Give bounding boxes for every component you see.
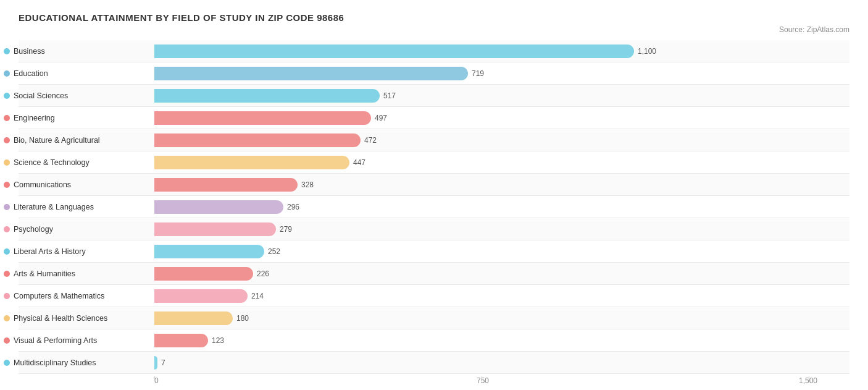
chart-area: Business1,100Education719Social Sciences…: [19, 40, 849, 374]
bar-row: Bio, Nature & Agricultural472: [19, 129, 849, 151]
bar-fill: [154, 67, 468, 80]
bar-label: Liberal Arts & History: [14, 247, 149, 256]
bar-fill: [154, 200, 283, 214]
bar-label: Psychology: [14, 225, 149, 234]
bar-dot-icon: [4, 204, 10, 210]
bar-row: Science & Technology447: [19, 151, 849, 174]
bar-label: Education: [14, 69, 149, 78]
bar-value-label: 214: [251, 292, 264, 300]
bar-dot-icon: [4, 293, 10, 299]
bar-fill: [154, 334, 208, 347]
bar-row: Liberal Arts & History252: [19, 240, 849, 263]
bar-dot-icon: [4, 226, 10, 232]
bar-dot-icon: [4, 271, 10, 277]
x-axis-line: [482, 376, 482, 381]
bar-label: Computers & Mathematics: [14, 292, 149, 300]
bar-label: Communications: [14, 180, 149, 189]
bar-value-label: 180: [236, 314, 249, 323]
bar-dot-icon: [4, 70, 10, 77]
bar-fill: [154, 289, 248, 303]
x-axis-tick: 0: [154, 376, 159, 385]
chart-title: EDUCATIONAL ATTAINMENT BY FIELD OF STUDY…: [19, 12, 849, 23]
bar-fill: [154, 223, 276, 236]
bar-value-label: 328: [301, 180, 314, 189]
bar-dot-icon: [4, 93, 10, 99]
bar-label: Bio, Nature & Agricultural: [14, 136, 149, 145]
bar-row: Psychology279: [19, 218, 849, 240]
bar-label: Visual & Performing Arts: [14, 336, 149, 345]
bar-row: Visual & Performing Arts123: [19, 329, 849, 352]
bar-fill: [154, 111, 371, 125]
bar-row: Physical & Health Sciences180: [19, 307, 849, 329]
bar-row: Business1,100: [19, 40, 849, 62]
bar-dot-icon: [4, 248, 10, 255]
bar-row: Computers & Mathematics214: [19, 285, 849, 307]
bar-dot-icon: [4, 48, 10, 54]
bar-dot-icon: [4, 315, 10, 321]
bar-row: Social Sciences517: [19, 85, 849, 107]
bar-label: Literature & Languages: [14, 203, 149, 211]
bar-fill: [154, 45, 634, 58]
bar-value-label: 7: [161, 358, 165, 367]
bar-fill: [154, 134, 361, 147]
bar-label: Multidisciplinary Studies: [14, 358, 149, 367]
x-axis-line: [809, 376, 809, 381]
x-axis-tick: 750: [477, 376, 489, 385]
bar-dot-icon: [4, 159, 10, 166]
bar-value-label: 472: [364, 136, 377, 145]
bar-label: Science & Technology: [14, 158, 149, 167]
bar-row: Arts & Humanities226: [19, 263, 849, 285]
bar-fill: [154, 267, 253, 281]
bar-dot-icon: [4, 182, 10, 188]
bar-fill: [154, 245, 264, 258]
bar-row: Engineering497: [19, 107, 849, 129]
bar-label: Business: [14, 47, 149, 56]
bar-fill: [154, 156, 349, 169]
bar-value-label: 296: [287, 203, 299, 211]
bar-fill: [154, 312, 233, 325]
bar-value-label: 719: [472, 69, 484, 78]
bar-fill: [154, 178, 298, 192]
bar-value-label: 226: [257, 269, 269, 278]
bar-value-label: 497: [375, 114, 387, 122]
bar-value-label: 517: [383, 91, 396, 100]
bar-label: Social Sciences: [14, 91, 149, 100]
bar-fill: [154, 89, 380, 103]
bar-row: Literature & Languages296: [19, 196, 849, 218]
bar-value-label: 252: [268, 247, 280, 256]
bar-label: Physical & Health Sciences: [14, 314, 149, 323]
bar-row: Communications328: [19, 174, 849, 196]
bar-label: Arts & Humanities: [14, 269, 149, 278]
x-axis-line: [154, 376, 155, 381]
source-label: Source: ZipAtlas.com: [19, 25, 849, 34]
bar-row: Multidisciplinary Studies7: [19, 352, 849, 374]
bar-value-label: 1,100: [638, 47, 656, 56]
bar-dot-icon: [4, 115, 10, 121]
bar-fill: [154, 356, 157, 370]
bar-dot-icon: [4, 360, 10, 366]
bar-value-label: 279: [280, 225, 292, 234]
bar-label: Engineering: [14, 114, 149, 122]
bar-dot-icon: [4, 337, 10, 344]
bar-value-label: 447: [353, 158, 365, 167]
bar-row: Education719: [19, 62, 849, 85]
bar-dot-icon: [4, 137, 10, 143]
bar-value-label: 123: [212, 336, 224, 345]
